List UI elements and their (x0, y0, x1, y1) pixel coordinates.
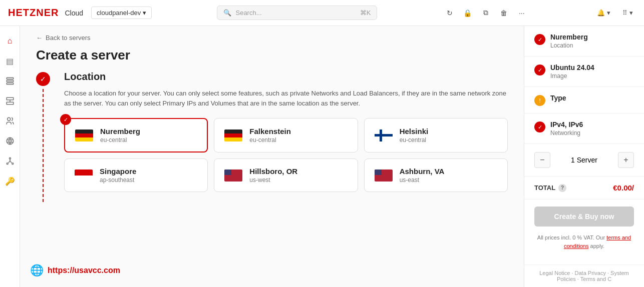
logo: HETZNER Cloud (8, 7, 83, 18)
location-info: Singapore ap-southeast (100, 167, 136, 184)
summary-label: Nuremberg (550, 33, 588, 41)
location-name: Nuremberg (100, 127, 140, 136)
project-name: cloudpanel-dev (97, 9, 141, 16)
sidebar-item-keys[interactable]: 🔑 (1, 172, 19, 190)
location-falkenstein[interactable]: Falkenstein eu-central (214, 118, 358, 152)
chevron-down-icon: ▾ (607, 9, 610, 16)
legal-notice-link[interactable]: Legal Notice (539, 270, 570, 276)
lock-btn[interactable]: 🔒 (461, 6, 475, 20)
location-region: eu-central (400, 136, 429, 144)
sidebar-item-dns[interactable] (1, 132, 19, 150)
chevron-down-icon: ▾ (143, 9, 146, 16)
data-privacy-link[interactable]: Data Privacy (575, 270, 606, 276)
summary-sublabel: Image (550, 72, 594, 80)
back-link-text: Back to servers (46, 34, 91, 42)
sidebar-item-networking[interactable] (1, 92, 19, 110)
total-label: TOTAL ? (534, 184, 566, 192)
logo-text: HETZNER (8, 7, 59, 18)
selected-check-icon: ✓ (60, 114, 71, 125)
svg-point-6 (7, 163, 8, 164)
summary-nuremberg: ✓ Nuremberg Location (524, 26, 644, 56)
flag-de-icon (75, 130, 93, 142)
quantity-minus-button[interactable]: − (534, 152, 550, 168)
summary-check-done-icon: ✓ (534, 34, 545, 45)
section-check-col: ✓ (36, 71, 50, 202)
summary-text: Nuremberg Location (550, 33, 588, 49)
sidebar-item-users[interactable] (1, 112, 19, 130)
page-title: Create a server (36, 48, 508, 63)
more-btn[interactable]: ··· (515, 6, 529, 20)
location-region: us-west (249, 176, 297, 184)
location-hillsboro[interactable]: Hillsboro, OR us-west (214, 158, 358, 192)
location-helsinki[interactable]: Helsinki eu-central (364, 118, 508, 152)
summary-label: Type (550, 94, 566, 102)
right-panel: ✓ Nuremberg Location ✓ Ubuntu 24.04 Imag… (524, 26, 644, 287)
apps-btn[interactable]: ⠿ ▾ (619, 7, 636, 18)
sidebar-item-servers[interactable]: ▤ (1, 52, 19, 70)
copy-btn[interactable]: ⧉ (479, 6, 493, 20)
back-to-servers-link[interactable]: ← Back to servers (36, 34, 508, 42)
summary-networking: ✓ IPv4, IPv6 Networking (524, 114, 644, 144)
location-name: Hillsboro, OR (249, 167, 297, 176)
main-layout: ⌂ ▤ 🔑 ← Back to servers Create a server (0, 26, 644, 287)
browser-controls: ↻ 🔒 ⧉ 🗑 ··· (443, 6, 529, 20)
quantity-plus-button[interactable]: + (618, 152, 634, 168)
location-info: Hillsboro, OR us-west (249, 167, 297, 184)
location-info: Nuremberg eu-central (100, 127, 140, 144)
location-name: Ashburn, VA (400, 167, 445, 176)
location-region: eu-central (100, 136, 140, 144)
grid-icon: ⠿ (622, 9, 627, 16)
flag-fi-icon (375, 130, 393, 142)
nav-right: 🔔 ▾ ⠿ ▾ (594, 7, 636, 18)
sidebar-item-clusters[interactable] (1, 152, 19, 170)
refresh-btn[interactable]: ↻ (443, 6, 457, 20)
location-region: eu-central (249, 136, 291, 144)
sidebar-item-storage[interactable] (1, 72, 19, 90)
search-shortcut: ⌘K (360, 9, 371, 16)
section-description: Choose a location for your server. You c… (64, 88, 508, 108)
section-title: Location (64, 71, 106, 82)
summary-label: Ubuntu 24.04 (550, 64, 594, 72)
location-section: ✓ Location Choose a location for your se… (20, 71, 524, 202)
watermark-url: https://usavcc.com (48, 266, 120, 275)
cloud-text: Cloud (65, 9, 83, 17)
summary-ubuntu: ✓ Ubuntu 24.04 Image (524, 56, 644, 87)
search-bar[interactable]: 🔍 Search... ⌘K (217, 6, 377, 20)
total-row: TOTAL ? €0.00/ (524, 176, 644, 200)
location-name: Falkenstein (249, 127, 291, 136)
summary-check-done-icon: ✓ (534, 122, 545, 132)
footer-panel: Legal Notice · Data Privacy · System Pol… (524, 264, 644, 287)
section-content: Location Choose a location for your serv… (56, 71, 508, 202)
svg-point-4 (7, 138, 14, 144)
summary-sublabel: Networking (550, 130, 583, 136)
location-info: Ashburn, VA us-east (400, 167, 445, 184)
location-singapore[interactable]: Singapore ap-southeast (64, 158, 208, 192)
watermark: 🌐 https://usavcc.com (30, 264, 120, 277)
summary-check-warn-icon: ! (534, 95, 545, 106)
location-ashburn[interactable]: Ashburn, VA us-east (364, 158, 508, 192)
create-buy-now-button[interactable]: Create & Buy now (534, 206, 634, 226)
sidebar-item-home[interactable]: ⌂ (1, 32, 19, 50)
flag-us-icon (224, 170, 242, 182)
location-check: ✓ (36, 72, 50, 86)
quantity-value: 1 Server (564, 156, 604, 164)
quantity-row: − 1 Server + (524, 144, 644, 176)
location-nuremberg[interactable]: ✓ Nuremberg eu-central (64, 118, 208, 152)
search-placeholder: Search... (235, 9, 261, 16)
sidebar: ⌂ ▤ 🔑 (0, 26, 20, 287)
location-info: Falkenstein eu-central (249, 127, 291, 144)
page-header: ← Back to servers Create a server (20, 26, 524, 63)
flag-de-icon (224, 130, 242, 142)
dashed-line (43, 89, 44, 202)
arrow-left-icon: ← (36, 34, 43, 42)
project-selector[interactable]: cloudpanel-dev ▾ (91, 6, 152, 19)
section-header: Location (64, 71, 508, 82)
notifications-btn[interactable]: 🔔 ▾ (594, 7, 613, 18)
delete-btn[interactable]: 🗑 (497, 6, 511, 20)
summary-text: Type (550, 94, 566, 103)
total-help-icon[interactable]: ? (558, 184, 566, 192)
svg-point-3 (7, 118, 10, 120)
terms-footer-link[interactable]: Terms and C (580, 276, 611, 282)
summary-text: Ubuntu 24.04 Image (550, 64, 594, 80)
summary-type: ! Type (524, 87, 644, 114)
